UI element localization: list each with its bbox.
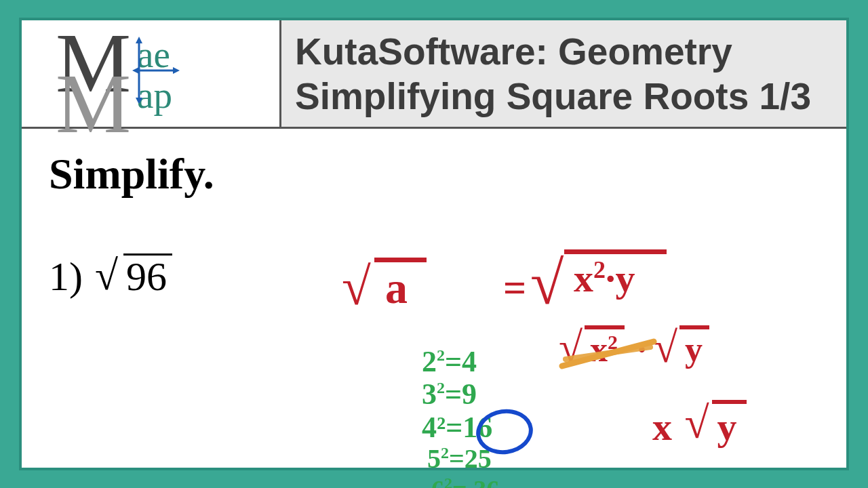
radicand: 96 [123,253,172,298]
problem-number: 1) [49,253,83,300]
equals-sign: = [503,264,526,311]
handwriting-sqrt-x2-times-sqrt-y: √ x2 · √ y [585,325,713,369]
radical-icon: √ [654,323,677,373]
instruction-text: Simplify. [49,149,819,199]
maemap-logo: M M ae ap [56,30,245,118]
sq-6: 62= 36 [431,474,499,489]
handwriting-sqrt-a: √ a [374,258,427,314]
final-radicand-y: y [712,400,747,449]
radicand-y: y [679,325,709,369]
header: M M ae ap KutaSoftware: Geometry Simplif… [22,20,846,129]
title-cell: KutaSoftware: Geometry Simplifying Squar… [279,20,846,127]
radical-icon: √ [685,397,709,449]
logo-suffix-ap: ap [137,74,172,117]
svg-marker-1 [173,67,180,74]
handwriting-sqrt-x2y: √ x2·y [564,249,667,301]
radicand-x2y: x2·y [564,249,667,301]
dot-operator: · [637,330,646,369]
final-x: x [652,405,672,449]
problem-1: 1) 96 [49,253,819,300]
radical-icon: √ [530,248,564,318]
logo-cell: M M ae ap [22,20,279,127]
sqrt-96: 96 [95,253,172,300]
logo-suffix-ae: ae [137,33,170,76]
title-line-1: KutaSoftware: Geometry [295,29,833,74]
handwriting-x-sqrt-y: x √ y [652,400,747,449]
radical-icon: √ [559,323,583,373]
radical-icon: √ [342,256,371,317]
radicand-x2: x2 [585,325,625,369]
slide-frame: M M ae ap KutaSoftware: Geometry Simplif… [19,18,849,470]
title-line-2: Simplifying Square Roots 1/3 [295,74,833,119]
sq-3: 32=9 [422,378,499,411]
content-area: Simplify. 1) 96 √ a = √ x2·y [22,129,846,468]
sq-2: 22=4 [422,346,499,378]
radicand-a: a [374,258,427,314]
